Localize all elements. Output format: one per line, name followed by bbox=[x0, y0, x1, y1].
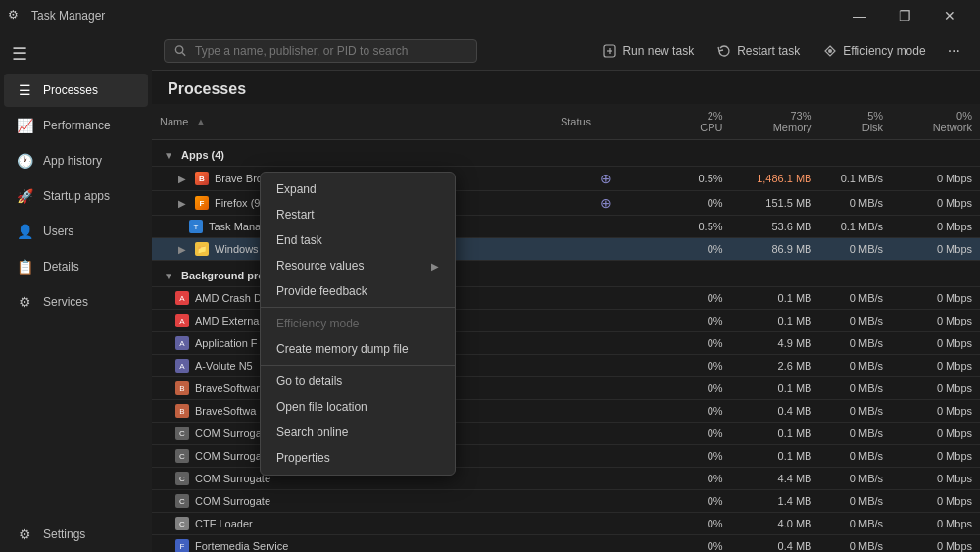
sidebar-item-settings[interactable]: ⚙ Settings bbox=[4, 518, 148, 551]
maximize-button[interactable]: ❐ bbox=[882, 0, 927, 31]
restart-icon bbox=[717, 44, 731, 58]
explorer-expand[interactable]: ▶ bbox=[175, 242, 189, 256]
bg-expand-icon[interactable]: ▼ bbox=[162, 269, 175, 282]
restart-task-button[interactable]: Restart task bbox=[708, 39, 809, 63]
sidebar-item-users[interactable]: 👤 Users bbox=[4, 215, 148, 248]
cpu-column-header[interactable]: 2%CPU bbox=[660, 104, 731, 140]
toolbar-right: Run new task Restart task Efficiency mod… bbox=[593, 37, 968, 65]
network-column-header[interactable]: 0%Network bbox=[891, 104, 980, 140]
efficiency-icon bbox=[823, 44, 837, 58]
app-body: ☰ ☰ Processes 📈 Performance 🕐 App histor… bbox=[0, 31, 980, 552]
context-menu-search-online[interactable]: Search online bbox=[261, 420, 455, 445]
table-row[interactable]: CCTF Loader 0% 4.0 MB 0 MB/s 0 Mbps bbox=[152, 513, 980, 535]
context-menu-open-file-location[interactable]: Open file location bbox=[261, 394, 455, 420]
bravesw2-label: BraveSoftwa bbox=[195, 405, 256, 417]
com4-icon: C bbox=[175, 494, 189, 508]
brave-cpu: 0.5% bbox=[660, 167, 731, 191]
brave-network-icon: ⊕ bbox=[600, 171, 612, 186]
name-column-header[interactable]: Name ▲ bbox=[152, 104, 553, 140]
brave-status: ⊕ bbox=[553, 167, 660, 191]
explorer-icon: 📁 bbox=[195, 242, 209, 256]
apps-group-header: ▼ Apps (4) bbox=[152, 140, 980, 167]
performance-icon: 📈 bbox=[16, 117, 33, 134]
brave-expand[interactable]: ▶ bbox=[175, 172, 189, 185]
more-options-button[interactable]: ··· bbox=[940, 37, 968, 65]
window-controls: — ❐ ✕ bbox=[837, 0, 972, 31]
search-icon bbox=[174, 44, 187, 58]
run-new-task-button[interactable]: Run new task bbox=[593, 39, 704, 63]
context-menu-expand[interactable]: Expand bbox=[261, 176, 455, 202]
close-button[interactable]: ✕ bbox=[927, 0, 972, 31]
com2-icon: C bbox=[175, 449, 189, 463]
disk-column-header[interactable]: 5%Disk bbox=[819, 104, 891, 140]
svg-line-1 bbox=[182, 52, 185, 55]
settings-icon: ⚙ bbox=[16, 526, 33, 543]
restart-task-label: Restart task bbox=[737, 44, 800, 58]
forte-label: Fortemedia Service bbox=[195, 540, 288, 552]
com3-label: COM Surrogate bbox=[195, 473, 270, 484]
sidebar-item-app-history[interactable]: 🕐 App history bbox=[4, 144, 148, 177]
task-mgr-cpu: 0.5% bbox=[660, 216, 731, 238]
sidebar-hamburger[interactable]: ☰ bbox=[0, 35, 152, 73]
explorer-mem: 86.9 MB bbox=[731, 238, 820, 261]
amd-crash-icon: A bbox=[175, 291, 189, 305]
context-menu-properties[interactable]: Properties bbox=[261, 445, 455, 471]
context-menu-end-task[interactable]: End task bbox=[261, 227, 455, 253]
ctf-label: CTF Loader bbox=[195, 518, 253, 529]
sidebar-item-details[interactable]: 📋 Details bbox=[4, 250, 148, 283]
amd-crash-label: AMD Crash D bbox=[195, 292, 262, 304]
explorer-disk: 0 MB/s bbox=[819, 238, 891, 261]
firefox-cpu: 0% bbox=[660, 191, 731, 216]
firefox-mem: 151.5 MB bbox=[731, 191, 820, 216]
search-input[interactable] bbox=[195, 44, 466, 58]
task-mgr-icon: T bbox=[189, 220, 203, 233]
app-icon: ⚙ bbox=[8, 8, 24, 24]
minimize-button[interactable]: — bbox=[837, 0, 882, 31]
services-icon: ⚙ bbox=[16, 293, 33, 311]
menu-divider-2 bbox=[261, 365, 455, 366]
svg-point-5 bbox=[828, 49, 832, 53]
app-history-icon: 🕐 bbox=[16, 152, 33, 170]
sidebar-label-services: Services bbox=[43, 295, 88, 309]
sidebar-item-processes[interactable]: ☰ Processes bbox=[4, 74, 148, 107]
context-menu-resource-values[interactable]: Resource values ▶ bbox=[261, 253, 455, 278]
toolbar: Run new task Restart task Efficiency mod… bbox=[152, 31, 980, 71]
users-icon: 👤 bbox=[16, 223, 33, 240]
title-bar: ⚙ Task Manager — ❐ ✕ bbox=[0, 0, 980, 31]
resource-values-arrow: ▶ bbox=[431, 261, 439, 272]
context-menu-create-dump[interactable]: Create memory dump file bbox=[261, 336, 455, 362]
background-group-label: Background pro bbox=[181, 270, 265, 281]
explorer-cpu: 0% bbox=[660, 238, 731, 261]
status-column-header[interactable]: Status bbox=[553, 104, 660, 140]
sidebar-item-services[interactable]: ⚙ Services bbox=[4, 285, 148, 319]
app-f-icon: A bbox=[175, 336, 189, 350]
bravesw2-icon: B bbox=[175, 404, 189, 418]
task-mgr-disk: 0.1 MB/s bbox=[819, 216, 891, 238]
context-menu-efficiency[interactable]: Efficiency mode bbox=[261, 311, 455, 336]
sidebar-item-startup-apps[interactable]: 🚀 Startup apps bbox=[4, 179, 148, 213]
sidebar-label-startup: Startup apps bbox=[43, 189, 110, 203]
sidebar-label-details: Details bbox=[43, 260, 79, 274]
firefox-expand[interactable]: ▶ bbox=[175, 196, 189, 210]
com1-icon: C bbox=[175, 427, 189, 440]
firefox-disk: 0 MB/s bbox=[819, 191, 891, 216]
search-box[interactable] bbox=[164, 39, 477, 63]
table-row[interactable]: FFortemedia Service 0% 0.4 MB 0 MB/s 0 M… bbox=[152, 535, 980, 553]
context-menu-restart[interactable]: Restart bbox=[261, 202, 455, 227]
sidebar: ☰ ☰ Processes 📈 Performance 🕐 App histor… bbox=[0, 31, 152, 552]
table-row[interactable]: CCOM Surrogate 0% 1.4 MB 0 MB/s 0 Mbps bbox=[152, 490, 980, 513]
processes-icon: ☰ bbox=[16, 81, 33, 99]
context-menu-go-to-details[interactable]: Go to details bbox=[261, 369, 455, 394]
table-header: Name ▲ Status 2%CPU 73%Memory 5%Disk 0%N… bbox=[152, 104, 980, 140]
explorer-net: 0 Mbps bbox=[891, 238, 980, 261]
memory-column-header[interactable]: 73%Memory bbox=[731, 104, 820, 140]
a-volute-icon: A bbox=[175, 359, 189, 373]
sidebar-label-settings: Settings bbox=[43, 527, 85, 541]
startup-icon: 🚀 bbox=[16, 187, 33, 205]
efficiency-mode-button[interactable]: Efficiency mode bbox=[813, 39, 936, 63]
com2-label: COM Surrogat bbox=[195, 450, 265, 462]
sidebar-item-performance[interactable]: 📈 Performance bbox=[4, 109, 148, 142]
apps-expand-icon[interactable]: ▼ bbox=[162, 148, 175, 162]
context-menu-provide-feedback[interactable]: Provide feedback bbox=[261, 278, 455, 304]
amd-ext-icon: A bbox=[175, 314, 189, 327]
